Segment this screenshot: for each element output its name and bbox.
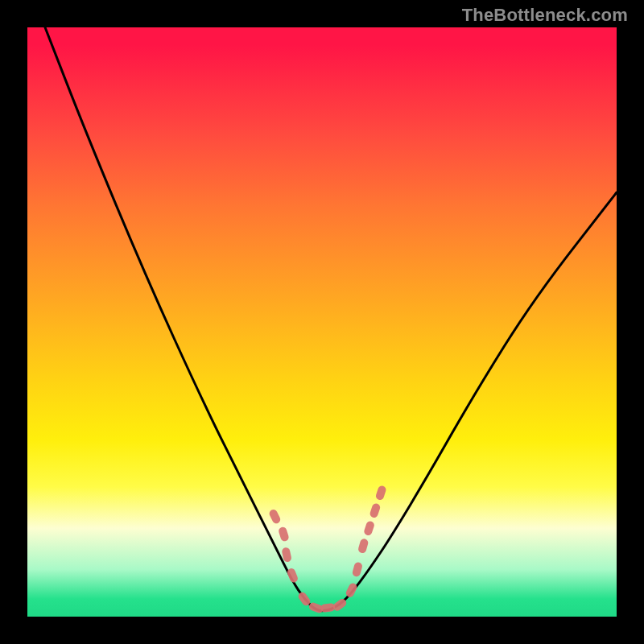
marker-group [268, 485, 387, 614]
marker-point [375, 485, 387, 501]
watermark-text: TheBottleneck.com [462, 5, 628, 26]
chart-svg [27, 27, 617, 617]
outer-frame: TheBottleneck.com [0, 0, 644, 644]
marker-point [278, 526, 290, 542]
marker-point [369, 502, 381, 518]
marker-point [363, 520, 375, 536]
curve-line-group [45, 27, 617, 611]
marker-point [357, 538, 369, 554]
bottleneck-curve [45, 27, 617, 611]
marker-point [352, 561, 363, 577]
marker-point [345, 582, 358, 599]
marker-point [268, 508, 282, 525]
plot-area [27, 27, 617, 617]
